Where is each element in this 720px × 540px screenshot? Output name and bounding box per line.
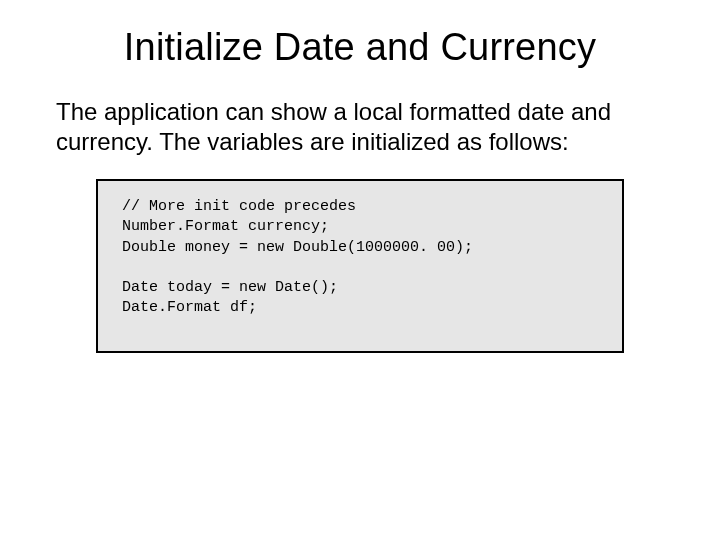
body-text: The application can show a local formatt… <box>56 97 664 157</box>
slide: Initialize Date and Currency The applica… <box>0 26 720 540</box>
code-block: // More init code precedes Number.Format… <box>96 179 624 353</box>
slide-title: Initialize Date and Currency <box>0 26 720 69</box>
